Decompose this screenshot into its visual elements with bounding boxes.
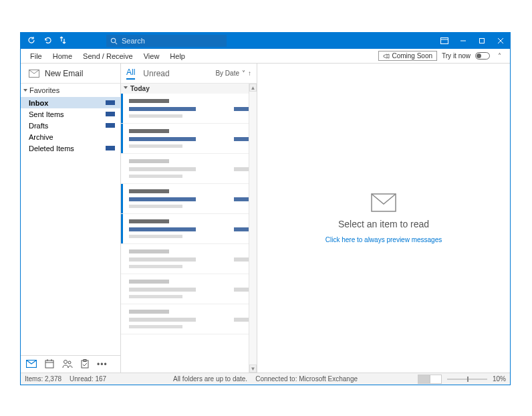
reading-pane-preview-link[interactable]: Click here to always preview messages xyxy=(325,236,442,243)
sendreceive-qat-icon[interactable] xyxy=(59,35,66,47)
close-button[interactable] xyxy=(491,33,510,49)
status-items: Items: 2,378 xyxy=(25,375,61,383)
filter-all[interactable]: All xyxy=(126,68,135,80)
menu-bar: File Home Send / Receive View Help Comin… xyxy=(21,49,510,64)
unread-badge xyxy=(106,100,115,105)
svg-rect-10 xyxy=(45,360,53,368)
search-placeholder: Search xyxy=(122,37,145,45)
coming-soon-button[interactable]: Coming Soon xyxy=(378,51,437,61)
favorites-header[interactable]: Favorites xyxy=(21,84,120,97)
search-box[interactable]: Search xyxy=(106,35,227,47)
status-sync: All folders are up to date. xyxy=(173,375,247,383)
message-list-header: All Unread By Date ˅ ↑ xyxy=(121,64,257,84)
svg-point-14 xyxy=(64,360,68,363)
unread-badge xyxy=(106,112,115,116)
sort-ascending-icon[interactable]: ↑ xyxy=(248,70,251,77)
svg-line-1 xyxy=(115,42,117,44)
unread-badge xyxy=(106,123,115,128)
megaphone-icon xyxy=(383,53,390,60)
svg-point-15 xyxy=(68,361,71,364)
zoom-slider[interactable] xyxy=(447,379,487,380)
chevron-down-icon: ˅ xyxy=(242,70,245,77)
message-item[interactable] xyxy=(121,184,257,214)
maximize-button[interactable] xyxy=(473,33,491,49)
nav-people-icon[interactable] xyxy=(62,359,73,370)
new-email-button[interactable]: New Email xyxy=(21,64,120,84)
outlook-window: Search File Home Send / Receive View Hel… xyxy=(20,32,511,385)
scroll-down-icon[interactable]: ▼ xyxy=(249,365,257,373)
menu-file[interactable]: File xyxy=(25,50,47,62)
message-item[interactable] xyxy=(121,124,257,154)
view-reading-button[interactable] xyxy=(430,375,442,384)
menu-sendreceive[interactable]: Send / Receive xyxy=(78,50,138,62)
envelope-icon xyxy=(371,193,396,212)
nav-tasks-icon[interactable] xyxy=(81,359,89,370)
title-bar: Search xyxy=(21,33,510,49)
folder-deleted[interactable]: Deleted Items xyxy=(21,142,120,154)
sort-dropdown[interactable]: By Date ˅ ↑ xyxy=(215,70,251,77)
svg-rect-5 xyxy=(480,39,485,43)
message-list xyxy=(121,94,257,373)
svg-rect-2 xyxy=(441,38,448,44)
menu-home[interactable]: Home xyxy=(47,50,78,62)
unread-badge xyxy=(106,146,115,150)
undo-icon[interactable] xyxy=(43,35,51,47)
nav-mail-icon[interactable] xyxy=(26,360,37,369)
filter-unread[interactable]: Unread xyxy=(143,69,169,78)
status-unread: Unread: 167 xyxy=(70,375,106,383)
status-connected: Connected to: Microsoft Exchange xyxy=(255,375,358,383)
folder-inbox[interactable]: Inbox xyxy=(21,97,120,108)
collapse-ribbon-icon[interactable]: ˄ xyxy=(493,52,506,60)
nav-more-icon[interactable]: ••• xyxy=(97,360,108,369)
ribbon-display-icon[interactable] xyxy=(435,33,454,49)
zoom-percent[interactable]: 10% xyxy=(493,375,506,383)
message-item[interactable] xyxy=(121,304,257,334)
sync-icon[interactable] xyxy=(27,35,35,47)
reading-pane-title: Select an item to read xyxy=(338,219,429,229)
message-item[interactable] xyxy=(121,274,257,304)
menu-view[interactable]: View xyxy=(138,50,165,62)
folder-sent[interactable]: Sent Items xyxy=(21,108,120,120)
navigation-pane: New Email Favorites Inbox Sent Items Dra… xyxy=(21,64,121,373)
window-controls xyxy=(435,33,510,49)
folder-archive[interactable]: Archive xyxy=(21,131,120,142)
message-item[interactable] xyxy=(121,154,257,184)
message-list-scrollbar[interactable]: ▲ ▼ xyxy=(249,84,257,373)
message-item[interactable] xyxy=(121,94,257,124)
view-normal-button[interactable] xyxy=(418,375,430,384)
message-list-pane: All Unread By Date ˅ ↑ Today ▲ xyxy=(121,64,257,373)
folder-drafts[interactable]: Drafts xyxy=(21,120,120,131)
quick-access-toolbar xyxy=(21,35,66,47)
nav-calendar-icon[interactable] xyxy=(45,359,54,370)
scroll-up-icon[interactable]: ▲ xyxy=(249,84,257,92)
message-item[interactable] xyxy=(121,244,257,274)
svg-point-0 xyxy=(111,38,115,42)
coming-soon-toggle[interactable] xyxy=(475,52,490,60)
minimize-button[interactable] xyxy=(454,33,473,49)
status-bar: Items: 2,378 Unread: 167 All folders are… xyxy=(21,373,510,385)
nav-switcher: ••• xyxy=(21,355,120,373)
group-header-today[interactable]: Today xyxy=(121,84,257,94)
menu-help[interactable]: Help xyxy=(164,50,190,62)
view-switcher xyxy=(418,375,442,384)
reading-pane: Select an item to read Click here to alw… xyxy=(257,64,510,373)
try-it-now-label: Try it now xyxy=(440,51,473,60)
app-body: New Email Favorites Inbox Sent Items Dra… xyxy=(21,64,510,373)
new-email-icon xyxy=(29,70,39,78)
message-item[interactable] xyxy=(121,214,257,244)
search-icon xyxy=(110,37,118,45)
